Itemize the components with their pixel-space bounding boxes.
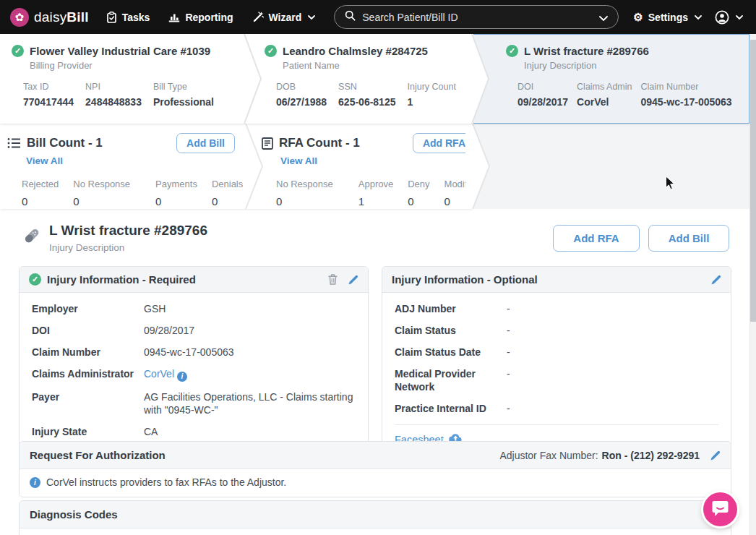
injury-section[interactable]: ✓ L Wrist fracture #289766 Injury Descri… <box>506 34 744 124</box>
tasks-clipboard-icon <box>106 12 117 23</box>
field-label: NPI <box>85 82 142 92</box>
injury-title: L Wrist fracture #289766 <box>524 45 649 57</box>
rfa-count-title: RFA Count - 1 <box>279 136 360 150</box>
search-input[interactable] <box>362 12 593 23</box>
field-label: SSN <box>338 82 395 92</box>
nav-right: ⚙ Settings <box>633 10 746 25</box>
stat-no-response: No Response0 <box>73 179 130 207</box>
optional-card-title: Injury Information - Optional <box>392 273 538 286</box>
chevron-down-icon <box>308 15 315 20</box>
request-for-authorization-bar: Request For Authorization Adjustor Fax N… <box>19 441 731 497</box>
field-label: DOB <box>276 82 327 92</box>
field-label: Injury Count <box>407 82 455 92</box>
billing-provider-section[interactable]: ✓ Flower Valley Industrial Care #1039 Bi… <box>12 34 236 124</box>
field-value: 09/28/2017 <box>517 96 568 108</box>
daisy-flower-icon: ✿ <box>10 8 29 27</box>
chat-bubble-icon <box>711 499 729 520</box>
adjustor-fax: Adjustor Fax Number: Ron - (212) 292-929… <box>499 450 721 461</box>
section-divider-chevron <box>240 124 265 209</box>
chevron-down-icon <box>736 15 743 20</box>
page-header: L Wrist fracture #289766 Injury Descript… <box>22 223 207 253</box>
add-bill-button[interactable]: Add Bill <box>176 133 235 153</box>
billing-provider-subtitle: Billing Provider <box>30 60 236 71</box>
stat-denials: Denials0 <box>212 179 243 207</box>
app-screen: ✿ daisyBill Tasks Reporting Wizard <box>0 0 756 535</box>
billing-provider-title: Flower Valley Industrial Care #1039 <box>30 45 210 57</box>
section-divider-chevron <box>239 34 263 124</box>
edit-pencil-icon[interactable] <box>711 275 721 285</box>
chat-widget-button[interactable] <box>703 492 737 526</box>
user-avatar-icon <box>715 10 729 25</box>
main-content: L Wrist fracture #289766 Injury Descript… <box>0 209 749 535</box>
stat-approve: Approve1 <box>358 179 393 207</box>
stat-rejected: Rejected0 <box>22 179 59 207</box>
nav-item-account[interactable] <box>715 10 743 25</box>
rfa-note-text: CorVel instructs providers to fax RFAs t… <box>46 476 286 488</box>
injury-info-required-card: ✓ Injury Information - Required Employer… <box>19 266 369 453</box>
field-label: Bill Type <box>153 82 214 92</box>
info-icon[interactable]: i <box>177 372 187 382</box>
info-row: PayerAG Facilities Operations, LLC - Cla… <box>32 386 356 421</box>
check-circle-icon: ✓ <box>29 273 41 286</box>
claims-admin-link[interactable]: CorVel <box>144 368 174 380</box>
nav-item-wizard[interactable]: Wizard <box>252 12 316 23</box>
nav-item-reporting[interactable]: Reporting <box>168 12 233 23</box>
section-divider-chevron <box>465 124 491 209</box>
info-row: ADJ Number- <box>395 298 718 320</box>
bill-count-block: Bill Count - 1 Add Bill View All Rejecte… <box>7 124 235 209</box>
info-row: Injury StateCA <box>32 421 356 442</box>
brand-daisy: daisy <box>34 9 66 25</box>
add-bill-button-large[interactable]: Add Bill <box>648 225 729 252</box>
brand-bill: Bill <box>66 9 88 25</box>
check-circle-icon: ✓ <box>265 45 277 57</box>
nav-tasks-label: Tasks <box>122 12 150 23</box>
check-circle-icon: ✓ <box>506 45 518 57</box>
nav-wizard-label: Wizard <box>269 12 302 23</box>
info-row: Claim Status- <box>395 320 718 341</box>
count-strip: Bill Count - 1 Add Bill View All Rejecte… <box>0 124 749 209</box>
nav-item-settings[interactable]: ⚙ Settings <box>633 12 702 23</box>
rfa-count-block: RFA Count - 1 Add RFA View All No Respon… <box>262 124 476 209</box>
scrollbar-thumb[interactable] <box>750 40 756 322</box>
search-chevron-down-icon[interactable] <box>599 11 608 24</box>
field-value: 1 <box>407 96 455 108</box>
stat-deny: Deny0 <box>408 179 429 207</box>
nav-item-tasks[interactable]: Tasks <box>106 12 150 23</box>
injury-info-optional-card: Injury Information - Optional ADJ Number… <box>382 266 731 456</box>
info-icon: i <box>30 477 40 488</box>
gear-icon: ⚙ <box>633 12 643 22</box>
page-subtitle: Injury Description <box>49 242 207 253</box>
field-value: Professional <box>153 96 214 108</box>
fax-label: Adjustor Fax Number: <box>499 450 598 461</box>
info-row: Claim Number0945-wc-17-005063 <box>32 341 356 363</box>
search-bar[interactable] <box>334 5 619 29</box>
field-label: DOI <box>517 82 568 92</box>
edit-pencil-icon[interactable] <box>710 450 721 461</box>
field-label: Claim Number <box>641 82 732 92</box>
info-row: DOI09/28/2017 <box>32 320 356 341</box>
bill-view-all-link[interactable]: View All <box>26 155 63 166</box>
field-value: 0945-wc-17-005063 <box>641 96 732 108</box>
field-value: 06/27/1988 <box>276 96 327 108</box>
edit-pencil-icon[interactable] <box>348 275 358 285</box>
scrollbar-track[interactable] <box>749 34 756 535</box>
reporting-chart-icon <box>168 12 180 22</box>
bill-count-title: Bill Count - 1 <box>27 136 103 150</box>
diagnosis-codes-bar: Diagnosis Codes <box>19 500 731 535</box>
patient-section[interactable]: ✓ Leandro Chalmsley #284725 Patient Name… <box>265 34 474 124</box>
patient-subtitle: Patient Name <box>283 60 474 71</box>
field-value: CorVel <box>577 96 632 108</box>
brand-logo[interactable]: ✿ daisyBill <box>10 8 89 27</box>
rfa-note-row: i CorVel instructs providers to fax RFAs… <box>20 469 731 497</box>
trash-icon[interactable] <box>328 274 338 285</box>
injury-subtitle: Injury Description <box>524 60 744 71</box>
required-card-title: Injury Information - Required <box>47 273 196 286</box>
chevron-down-icon <box>695 15 702 20</box>
brand-wordmark: daisyBill <box>34 9 89 25</box>
field-value: 2484848833 <box>85 96 142 108</box>
page-title: L Wrist fracture #289766 <box>49 223 207 239</box>
info-row: EmployerGSH <box>32 298 356 320</box>
rfa-view-all-link[interactable]: View All <box>280 155 317 166</box>
add-rfa-button-large[interactable]: Add RFA <box>553 225 640 252</box>
diagnosis-codes-title: Diagnosis Codes <box>30 508 118 521</box>
